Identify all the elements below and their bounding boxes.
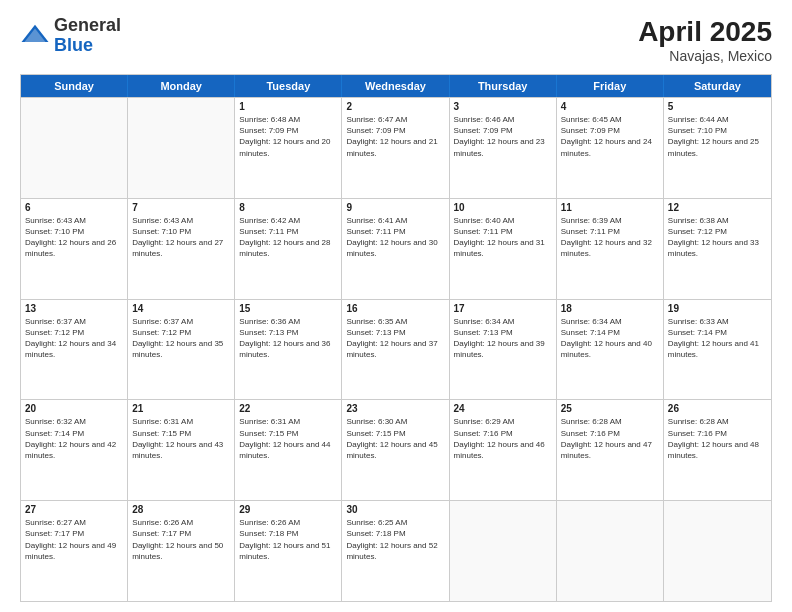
week-row-4: 20Sunrise: 6:32 AM Sunset: 7:14 PM Dayli… [21, 399, 771, 500]
day-info: Sunrise: 6:28 AM Sunset: 7:16 PM Dayligh… [561, 416, 659, 461]
day-cell-10: 10Sunrise: 6:40 AM Sunset: 7:11 PM Dayli… [450, 199, 557, 299]
day-cell-30: 30Sunrise: 6:25 AM Sunset: 7:18 PM Dayli… [342, 501, 449, 601]
day-cell-9: 9Sunrise: 6:41 AM Sunset: 7:11 PM Daylig… [342, 199, 449, 299]
header-day-friday: Friday [557, 75, 664, 97]
logo: General Blue [20, 16, 121, 56]
day-number: 9 [346, 202, 444, 213]
day-info: Sunrise: 6:30 AM Sunset: 7:15 PM Dayligh… [346, 416, 444, 461]
day-cell-5: 5Sunrise: 6:44 AM Sunset: 7:10 PM Daylig… [664, 98, 771, 198]
day-cell-14: 14Sunrise: 6:37 AM Sunset: 7:12 PM Dayli… [128, 300, 235, 400]
day-number: 8 [239, 202, 337, 213]
day-cell-22: 22Sunrise: 6:31 AM Sunset: 7:15 PM Dayli… [235, 400, 342, 500]
day-cell-24: 24Sunrise: 6:29 AM Sunset: 7:16 PM Dayli… [450, 400, 557, 500]
week-row-1: 1Sunrise: 6:48 AM Sunset: 7:09 PM Daylig… [21, 97, 771, 198]
day-number: 14 [132, 303, 230, 314]
day-cell-12: 12Sunrise: 6:38 AM Sunset: 7:12 PM Dayli… [664, 199, 771, 299]
day-info: Sunrise: 6:41 AM Sunset: 7:11 PM Dayligh… [346, 215, 444, 260]
day-cell-26: 26Sunrise: 6:28 AM Sunset: 7:16 PM Dayli… [664, 400, 771, 500]
day-cell-16: 16Sunrise: 6:35 AM Sunset: 7:13 PM Dayli… [342, 300, 449, 400]
day-number: 16 [346, 303, 444, 314]
day-cell-20: 20Sunrise: 6:32 AM Sunset: 7:14 PM Dayli… [21, 400, 128, 500]
day-info: Sunrise: 6:40 AM Sunset: 7:11 PM Dayligh… [454, 215, 552, 260]
day-info: Sunrise: 6:39 AM Sunset: 7:11 PM Dayligh… [561, 215, 659, 260]
empty-cell [21, 98, 128, 198]
empty-cell [128, 98, 235, 198]
day-cell-27: 27Sunrise: 6:27 AM Sunset: 7:17 PM Dayli… [21, 501, 128, 601]
logo-icon [20, 21, 50, 51]
header-day-thursday: Thursday [450, 75, 557, 97]
day-number: 2 [346, 101, 444, 112]
header-day-monday: Monday [128, 75, 235, 97]
calendar-title: April 2025 [638, 16, 772, 48]
day-number: 20 [25, 403, 123, 414]
day-info: Sunrise: 6:43 AM Sunset: 7:10 PM Dayligh… [25, 215, 123, 260]
header-day-tuesday: Tuesday [235, 75, 342, 97]
day-cell-3: 3Sunrise: 6:46 AM Sunset: 7:09 PM Daylig… [450, 98, 557, 198]
day-number: 3 [454, 101, 552, 112]
empty-cell [664, 501, 771, 601]
day-cell-13: 13Sunrise: 6:37 AM Sunset: 7:12 PM Dayli… [21, 300, 128, 400]
day-info: Sunrise: 6:26 AM Sunset: 7:17 PM Dayligh… [132, 517, 230, 562]
day-info: Sunrise: 6:29 AM Sunset: 7:16 PM Dayligh… [454, 416, 552, 461]
day-number: 25 [561, 403, 659, 414]
day-info: Sunrise: 6:42 AM Sunset: 7:11 PM Dayligh… [239, 215, 337, 260]
day-number: 23 [346, 403, 444, 414]
day-cell-28: 28Sunrise: 6:26 AM Sunset: 7:17 PM Dayli… [128, 501, 235, 601]
day-cell-15: 15Sunrise: 6:36 AM Sunset: 7:13 PM Dayli… [235, 300, 342, 400]
day-number: 28 [132, 504, 230, 515]
day-info: Sunrise: 6:27 AM Sunset: 7:17 PM Dayligh… [25, 517, 123, 562]
day-cell-25: 25Sunrise: 6:28 AM Sunset: 7:16 PM Dayli… [557, 400, 664, 500]
logo-blue: Blue [54, 35, 93, 55]
day-number: 19 [668, 303, 767, 314]
calendar-header-row: SundayMondayTuesdayWednesdayThursdayFrid… [21, 75, 771, 97]
week-row-2: 6Sunrise: 6:43 AM Sunset: 7:10 PM Daylig… [21, 198, 771, 299]
logo-general: General [54, 15, 121, 35]
day-info: Sunrise: 6:47 AM Sunset: 7:09 PM Dayligh… [346, 114, 444, 159]
day-info: Sunrise: 6:36 AM Sunset: 7:13 PM Dayligh… [239, 316, 337, 361]
day-number: 24 [454, 403, 552, 414]
day-cell-21: 21Sunrise: 6:31 AM Sunset: 7:15 PM Dayli… [128, 400, 235, 500]
day-number: 30 [346, 504, 444, 515]
day-number: 27 [25, 504, 123, 515]
day-info: Sunrise: 6:48 AM Sunset: 7:09 PM Dayligh… [239, 114, 337, 159]
day-cell-29: 29Sunrise: 6:26 AM Sunset: 7:18 PM Dayli… [235, 501, 342, 601]
day-cell-19: 19Sunrise: 6:33 AM Sunset: 7:14 PM Dayli… [664, 300, 771, 400]
day-number: 18 [561, 303, 659, 314]
day-number: 26 [668, 403, 767, 414]
day-info: Sunrise: 6:46 AM Sunset: 7:09 PM Dayligh… [454, 114, 552, 159]
title-block: April 2025 Navajas, Mexico [638, 16, 772, 64]
week-row-3: 13Sunrise: 6:37 AM Sunset: 7:12 PM Dayli… [21, 299, 771, 400]
day-info: Sunrise: 6:34 AM Sunset: 7:13 PM Dayligh… [454, 316, 552, 361]
day-number: 29 [239, 504, 337, 515]
calendar-subtitle: Navajas, Mexico [638, 48, 772, 64]
week-row-5: 27Sunrise: 6:27 AM Sunset: 7:17 PM Dayli… [21, 500, 771, 601]
calendar: SundayMondayTuesdayWednesdayThursdayFrid… [20, 74, 772, 602]
day-number: 4 [561, 101, 659, 112]
day-info: Sunrise: 6:31 AM Sunset: 7:15 PM Dayligh… [132, 416, 230, 461]
day-info: Sunrise: 6:45 AM Sunset: 7:09 PM Dayligh… [561, 114, 659, 159]
calendar-body: 1Sunrise: 6:48 AM Sunset: 7:09 PM Daylig… [21, 97, 771, 601]
day-cell-18: 18Sunrise: 6:34 AM Sunset: 7:14 PM Dayli… [557, 300, 664, 400]
header-day-saturday: Saturday [664, 75, 771, 97]
day-info: Sunrise: 6:38 AM Sunset: 7:12 PM Dayligh… [668, 215, 767, 260]
header-day-sunday: Sunday [21, 75, 128, 97]
header: General Blue April 2025 Navajas, Mexico [20, 16, 772, 64]
day-info: Sunrise: 6:26 AM Sunset: 7:18 PM Dayligh… [239, 517, 337, 562]
day-cell-23: 23Sunrise: 6:30 AM Sunset: 7:15 PM Dayli… [342, 400, 449, 500]
day-info: Sunrise: 6:25 AM Sunset: 7:18 PM Dayligh… [346, 517, 444, 562]
day-cell-1: 1Sunrise: 6:48 AM Sunset: 7:09 PM Daylig… [235, 98, 342, 198]
header-day-wednesday: Wednesday [342, 75, 449, 97]
day-cell-8: 8Sunrise: 6:42 AM Sunset: 7:11 PM Daylig… [235, 199, 342, 299]
day-info: Sunrise: 6:33 AM Sunset: 7:14 PM Dayligh… [668, 316, 767, 361]
day-info: Sunrise: 6:34 AM Sunset: 7:14 PM Dayligh… [561, 316, 659, 361]
day-number: 11 [561, 202, 659, 213]
day-info: Sunrise: 6:43 AM Sunset: 7:10 PM Dayligh… [132, 215, 230, 260]
day-cell-6: 6Sunrise: 6:43 AM Sunset: 7:10 PM Daylig… [21, 199, 128, 299]
day-cell-11: 11Sunrise: 6:39 AM Sunset: 7:11 PM Dayli… [557, 199, 664, 299]
day-number: 21 [132, 403, 230, 414]
day-info: Sunrise: 6:37 AM Sunset: 7:12 PM Dayligh… [25, 316, 123, 361]
day-number: 15 [239, 303, 337, 314]
day-cell-17: 17Sunrise: 6:34 AM Sunset: 7:13 PM Dayli… [450, 300, 557, 400]
day-number: 6 [25, 202, 123, 213]
empty-cell [557, 501, 664, 601]
